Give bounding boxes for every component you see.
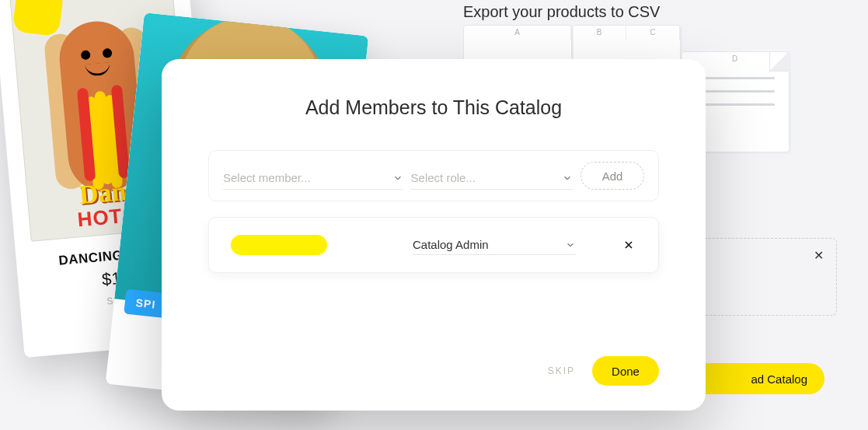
chevron-down-icon (562, 173, 573, 184)
remove-member-icon[interactable] (622, 239, 635, 251)
dropzone-close-icon[interactable]: ✕ (814, 248, 824, 263)
role-select[interactable]: Select role... (411, 166, 573, 190)
add-button-label: Add (602, 170, 623, 183)
export-heading: Export your products to CSV (463, 3, 837, 21)
add-button[interactable]: Add (580, 162, 644, 190)
col-b: B (573, 26, 626, 40)
chevron-down-icon (392, 173, 403, 184)
skip-button[interactable]: SKIP (548, 365, 575, 376)
member-row: Catalog Admin (208, 217, 659, 273)
member-name-redacted (232, 236, 326, 253)
starburst-badge (17, 0, 58, 32)
modal-title: Add Members to This Catalog (208, 96, 659, 119)
upload-catalog-label: ad Catalog (751, 372, 807, 386)
member-select[interactable]: Select member... (223, 166, 403, 190)
done-button-label: Done (612, 365, 640, 378)
member-role-value: Catalog Admin (413, 238, 565, 251)
role-select-placeholder: Select role... (411, 171, 562, 184)
modal-actions: SKIP Done (208, 356, 659, 386)
done-button[interactable]: Done (592, 356, 659, 386)
member-role-select[interactable]: Catalog Admin (413, 235, 576, 255)
add-member-row: Select member... Select role... Add (208, 150, 659, 201)
member-select-placeholder: Select member... (223, 171, 392, 184)
col-c: C (626, 26, 680, 40)
col-a: A (464, 26, 571, 40)
chevron-down-icon (565, 239, 576, 250)
add-members-modal: Add Members to This Catalog Select membe… (162, 59, 706, 411)
